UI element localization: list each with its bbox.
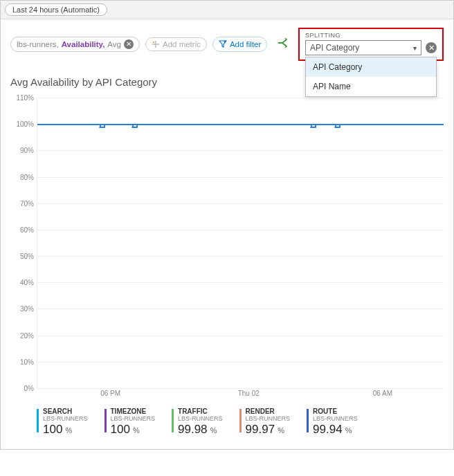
legend-color-bar	[239, 409, 242, 432]
y-tick-label: 90%	[10, 147, 34, 154]
legend-item[interactable]: TRAFFICLBS-RUNNERS99.98 %	[172, 408, 223, 437]
y-tick-label: 110%	[10, 94, 34, 102]
legend-series-value: 100 %	[43, 423, 88, 437]
y-tick-label: 50%	[10, 253, 34, 260]
legend-series-value: 99.94 %	[313, 423, 358, 437]
metric-resource: lbs-runners,	[17, 40, 59, 48]
add-metric-label: Add metric	[163, 40, 201, 48]
add-filter-button[interactable]: Add filter	[212, 37, 267, 52]
y-tick-label: 60%	[10, 226, 34, 233]
metric-name: Availability,	[62, 40, 105, 48]
gridline	[37, 230, 444, 230]
gridline	[37, 177, 444, 178]
x-tick-label: 06 PM	[100, 390, 120, 397]
y-axis: 110%100%90%80%70%60%50%40%30%20%10%0%	[10, 98, 37, 388]
legend-text: ROUTELBS-RUNNERS99.94 %	[313, 408, 358, 437]
gridline	[37, 309, 444, 309]
y-tick-label: 80%	[10, 173, 34, 181]
y-tick-label: 0%	[10, 385, 34, 392]
percent-sign: %	[63, 426, 72, 434]
time-range-bar: Last 24 hours (Automatic)	[0, 0, 454, 19]
legend-series-name: TIMEZONE	[111, 408, 156, 415]
percent-sign: %	[343, 426, 352, 434]
splitting-option[interactable]: API Category	[306, 57, 436, 77]
gridline	[37, 98, 444, 98]
apply-splitting-icon[interactable]	[277, 38, 288, 51]
legend-item[interactable]: SEARCHLBS-RUNNERS100 %	[37, 408, 88, 437]
add-metric-button[interactable]: Add metric	[145, 37, 207, 51]
legend-text: TRAFFICLBS-RUNNERS99.98 %	[178, 408, 223, 437]
splitting-select-row: API Category ▾ ✕	[305, 40, 437, 55]
legend-text: RENDERLBS-RUNNERS99.97 %	[246, 408, 291, 437]
splitting-label: SPLITTING	[305, 32, 437, 39]
splitting-selected-value: API Category	[310, 43, 359, 53]
x-axis: 06 PMThu 0206 AM	[37, 390, 444, 399]
remove-splitting-icon[interactable]: ✕	[426, 42, 437, 53]
gridline	[37, 282, 444, 283]
metric-pill[interactable]: lbs-runners, Availability, Avg ✕	[10, 37, 140, 52]
legend-item[interactable]: TIMEZONELBS-RUNNERS100 %	[105, 408, 156, 437]
chevron-down-icon: ▾	[413, 44, 417, 52]
metric-agg: Avg	[107, 40, 121, 48]
legend-series-name: SEARCH	[43, 408, 88, 415]
y-tick-label: 70%	[10, 199, 34, 207]
legend-text: TIMEZONELBS-RUNNERS100 %	[111, 408, 156, 437]
legend-color-bar	[172, 409, 174, 432]
legend-series-sub: LBS-RUNNERS	[313, 415, 358, 422]
filter-icon	[219, 39, 227, 49]
percent-sign: %	[131, 426, 140, 434]
splitting-select[interactable]: API Category ▾	[305, 40, 421, 55]
gridline	[37, 336, 444, 336]
x-tick-label: 06 AM	[373, 390, 392, 397]
legend-series-name: RENDER	[246, 408, 291, 415]
legend-series-name: TRAFFIC	[178, 408, 223, 415]
add-filter-label: Add filter	[230, 40, 261, 48]
chart: 110%100%90%80%70%60%50%40%30%20%10%0% 06…	[10, 98, 444, 388]
svg-point-0	[153, 42, 154, 43]
series-dip	[99, 124, 105, 128]
legend-text: SEARCHLBS-RUNNERS100 %	[43, 408, 88, 437]
gridline	[37, 362, 444, 363]
legend-series-sub: LBS-RUNNERS	[43, 415, 88, 422]
add-metric-icon	[152, 40, 160, 48]
series-dip	[335, 124, 341, 128]
splitting-dropdown: API Category API Name	[305, 57, 437, 97]
legend-series-sub: LBS-RUNNERS	[178, 415, 223, 422]
y-tick-label: 20%	[10, 331, 34, 339]
percent-sign: %	[275, 426, 284, 434]
legend-series-value: 100 %	[111, 423, 156, 437]
splitting-panel: SPLITTING API Category ▾ ✕ API Category …	[298, 28, 444, 61]
legend-series-sub: LBS-RUNNERS	[246, 415, 291, 422]
time-range-pill[interactable]: Last 24 hours (Automatic)	[5, 3, 107, 16]
splitting-option[interactable]: API Name	[306, 77, 436, 96]
gridline	[37, 388, 444, 389]
content-area: lbs-runners, Availability, Avg ✕ Add met…	[0, 19, 454, 450]
percent-sign: %	[208, 426, 217, 434]
y-tick-label: 40%	[10, 279, 34, 286]
y-tick-label: 100%	[10, 120, 34, 128]
series-dip	[131, 124, 138, 128]
y-tick-label: 30%	[10, 305, 34, 313]
remove-metric-icon[interactable]: ✕	[124, 39, 134, 49]
y-tick-label: 10%	[10, 358, 34, 365]
series-line	[37, 124, 444, 125]
legend-series-value: 99.97 %	[246, 423, 291, 437]
gridline	[37, 256, 444, 257]
toolbar: lbs-runners, Availability, Avg ✕ Add met…	[10, 28, 444, 61]
legend-color-bar	[37, 409, 39, 432]
legend-series-sub: LBS-RUNNERS	[111, 415, 156, 422]
legend-item[interactable]: ROUTELBS-RUNNERS99.94 %	[307, 408, 358, 437]
legend: SEARCHLBS-RUNNERS100 %TIMEZONELBS-RUNNER…	[10, 408, 444, 437]
x-tick-label: Thu 02	[238, 390, 260, 397]
legend-series-name: ROUTE	[313, 408, 358, 415]
legend-color-bar	[307, 409, 309, 432]
series-dip	[311, 124, 317, 128]
gridline	[37, 203, 444, 204]
gridline	[37, 150, 444, 151]
plot-area[interactable]: 06 PMThu 0206 AM	[37, 98, 444, 388]
legend-series-value: 99.98 %	[178, 423, 223, 437]
legend-item[interactable]: RENDERLBS-RUNNERS99.97 %	[239, 408, 291, 437]
legend-color-bar	[105, 409, 107, 432]
